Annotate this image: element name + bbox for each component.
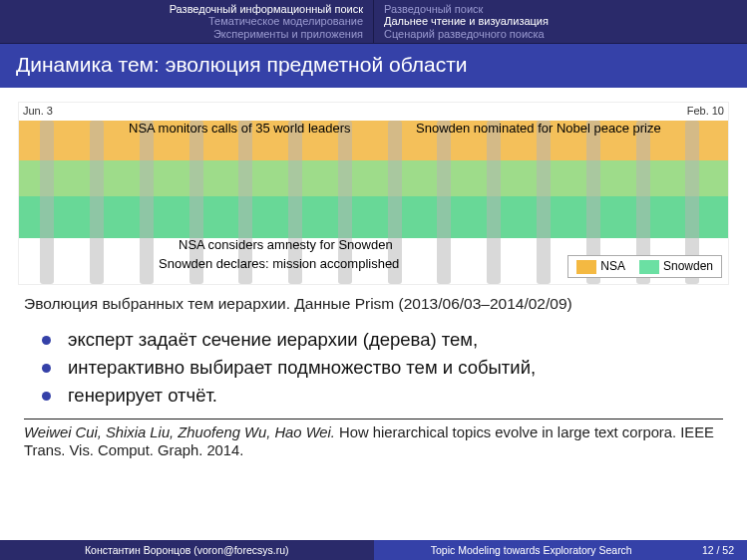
list-item: эксперт задаёт сечение иерархии (дерева)… [64,329,683,351]
bullet-list: эксперт задаёт сечение иерархии (дерева)… [64,329,683,407]
figure-annotation: Snowden declares: mission accomplished [159,256,399,271]
reference-block: Weiwei Cui, Shixia Liu, Zhuofeng Wu, Hao… [24,419,723,460]
legend-label: Snowden [663,259,713,273]
figure-date-start: Jun. 3 [23,105,53,117]
figure-date-end: Feb. 10 [687,105,724,117]
nav-right-item[interactable]: Дальнее чтение и визуализация [384,15,549,28]
figure-caption: Эволюция выбранных тем иерархии. Данные … [24,295,723,313]
nav-right-block: Разведочный поиск Дальнее чтение и визуа… [373,0,747,43]
legend-label: NSA [600,259,625,273]
legend-swatch-nsa [576,260,596,274]
nav-right-item[interactable]: Сценарий разведочного поиска [384,28,545,41]
list-item: генерирует отчёт. [64,385,683,407]
footer-page-number: 12 / 52 [689,540,747,560]
figure-annotation: NSA considers amnesty for Snowden [179,237,393,252]
figure-annotation: NSA monitors calls of 35 world leaders [129,121,351,136]
figure-legend: NSA Snowden [567,255,722,278]
nav-right-item[interactable]: Разведочный поиск [384,3,483,16]
footer-talk-title: Topic Modeling towards Exploratory Searc… [374,540,690,560]
nav-header: Разведочный информационный поиск Тематич… [0,0,747,44]
reference-authors: Weiwei Cui, Shixia Liu, Zhuofeng Wu, Hao… [24,424,335,440]
nav-left-block: Разведочный информационный поиск Тематич… [0,0,373,43]
legend-swatch-snowden [639,260,659,274]
topic-flow-figure: Jun. 3 Feb. 10 NSA monitors calls of 35 … [18,102,729,285]
footer-author: Константин Воронцов (voron@forecsys.ru) [0,540,374,560]
nav-left-item[interactable]: Разведочный информационный поиск [170,3,363,16]
footer: Константин Воронцов (voron@forecsys.ru) … [0,540,747,560]
nav-left-item[interactable]: Эксперименты и приложения [213,28,363,41]
nav-left-item[interactable]: Тематическое моделирование [208,15,363,28]
slide-title: Динамика тем: эволюция предметной област… [0,44,747,88]
figure-annotation: Snowden nominated for Nobel peace prize [416,121,661,136]
list-item: интерактивно выбирает подмножество тем и… [64,357,683,379]
